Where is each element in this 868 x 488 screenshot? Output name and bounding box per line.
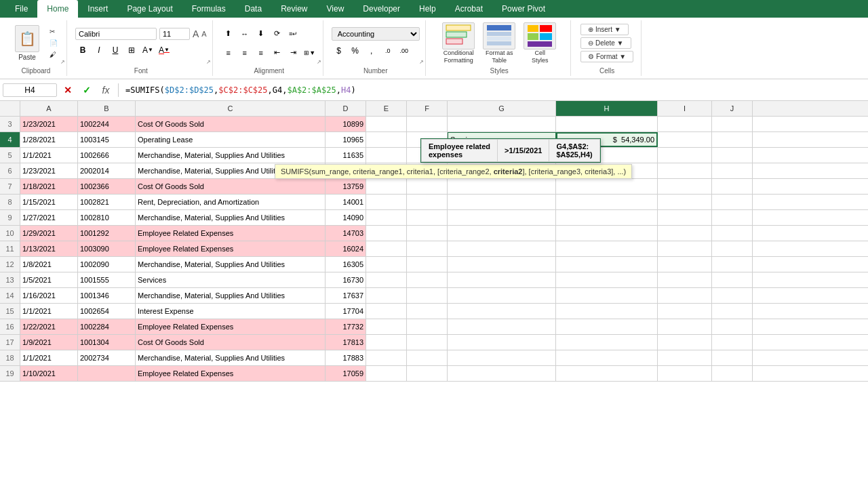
wrap-text-button[interactable]: ≡↵ xyxy=(286,26,301,41)
cell-j14[interactable] xyxy=(712,288,753,303)
row-num-4[interactable]: 4 xyxy=(0,132,20,147)
col-header-f[interactable]: F xyxy=(407,101,448,116)
cell-d18[interactable]: 17883 xyxy=(326,350,366,365)
merge-button[interactable]: ⊞▼ xyxy=(302,45,317,60)
cell-i4[interactable] xyxy=(658,132,712,147)
cell-h9[interactable] xyxy=(556,210,658,225)
cell-j4[interactable] xyxy=(712,132,753,147)
cell-f18[interactable] xyxy=(407,350,448,365)
insert-button[interactable]: ⊕ Insert ▼ xyxy=(580,24,628,35)
cell-d8[interactable]: 14001 xyxy=(326,195,366,209)
cell-g3[interactable] xyxy=(448,117,556,131)
cell-d17[interactable]: 17813 xyxy=(326,335,366,350)
cell-c8[interactable]: Rent, Depreciation, and Amortization xyxy=(136,195,326,209)
cell-f15[interactable] xyxy=(407,304,448,319)
tab-acrobat[interactable]: Acrobat xyxy=(446,0,492,18)
cell-h16[interactable] xyxy=(556,319,658,334)
cell-e7[interactable] xyxy=(366,179,407,194)
cell-i12[interactable] xyxy=(658,257,712,272)
col-header-d[interactable]: D xyxy=(326,101,366,116)
cell-g9[interactable] xyxy=(448,210,556,225)
tab-home[interactable]: Home xyxy=(37,0,78,18)
col-header-b[interactable]: B xyxy=(78,101,136,116)
cell-b14[interactable]: 1001346 xyxy=(78,288,136,303)
cell-c4[interactable]: Operating Lease xyxy=(136,132,326,147)
cell-i3[interactable] xyxy=(658,117,712,131)
cell-c13[interactable]: Services xyxy=(136,272,326,287)
cell-a17[interactable]: 1/9/2021 xyxy=(20,335,78,350)
cell-i9[interactable] xyxy=(658,210,712,225)
cell-d11[interactable]: 16024 xyxy=(326,241,366,256)
number-format-select[interactable]: Accounting General Number Currency Short… xyxy=(332,27,420,41)
cell-b19[interactable] xyxy=(78,366,136,381)
number-expand[interactable]: ↗ xyxy=(419,59,424,65)
col-header-c[interactable]: C xyxy=(136,101,326,116)
cell-b18[interactable]: 2002734 xyxy=(78,350,136,365)
cell-a7[interactable]: 1/18/2021 xyxy=(20,179,78,194)
cell-a3[interactable]: 1/23/2021 xyxy=(20,117,78,131)
cell-e18[interactable] xyxy=(366,350,407,365)
col-header-i[interactable]: I xyxy=(658,101,712,116)
cell-e14[interactable] xyxy=(366,288,407,303)
cell-b17[interactable]: 1001304 xyxy=(78,335,136,350)
cell-i14[interactable] xyxy=(658,288,712,303)
bold-button[interactable]: B xyxy=(75,43,90,58)
cell-g18[interactable] xyxy=(448,350,556,365)
cell-h17[interactable] xyxy=(556,335,658,350)
cell-c18[interactable]: Merchandise, Material, Supplies And Util… xyxy=(136,350,326,365)
row-num-13[interactable]: 13 xyxy=(0,272,20,287)
cell-i6[interactable] xyxy=(658,163,712,178)
cell-e12[interactable] xyxy=(366,257,407,272)
cell-h11[interactable] xyxy=(556,241,658,256)
cell-e17[interactable] xyxy=(366,335,407,350)
cell-g12[interactable] xyxy=(448,257,556,272)
cell-j8[interactable] xyxy=(712,195,753,209)
cell-g8[interactable] xyxy=(448,195,556,209)
row-num-19[interactable]: 19 xyxy=(0,366,20,381)
row-num-18[interactable]: 18 xyxy=(0,350,20,365)
cell-b6[interactable]: 2002014 xyxy=(78,163,136,178)
tab-view[interactable]: View xyxy=(317,0,354,18)
decrease-decimal-button[interactable]: .0 xyxy=(380,43,395,58)
cell-b5[interactable]: 1002666 xyxy=(78,148,136,163)
cell-d4[interactable]: 10965 xyxy=(326,132,366,147)
cell-a19[interactable]: 1/10/2021 xyxy=(20,366,78,381)
cell-a13[interactable]: 1/5/2021 xyxy=(20,272,78,287)
cell-j10[interactable] xyxy=(712,226,753,241)
percent-button[interactable]: % xyxy=(348,43,363,58)
cell-h12[interactable] xyxy=(556,257,658,272)
increase-font-button[interactable]: A xyxy=(193,28,199,39)
cell-g11[interactable] xyxy=(448,241,556,256)
cell-d12[interactable]: 16305 xyxy=(326,257,366,272)
cell-i10[interactable] xyxy=(658,226,712,241)
col-header-a[interactable]: A xyxy=(20,101,78,116)
col-header-g[interactable]: G xyxy=(448,101,556,116)
insert-function-button[interactable]: fx xyxy=(98,82,114,98)
cell-e11[interactable] xyxy=(366,241,407,256)
cell-g7[interactable] xyxy=(448,179,556,194)
format-as-table-button[interactable]: Format asTable xyxy=(480,21,518,66)
cell-e10[interactable] xyxy=(366,226,407,241)
cell-h15[interactable] xyxy=(556,304,658,319)
cell-j19[interactable] xyxy=(712,366,753,381)
cell-i7[interactable] xyxy=(658,179,712,194)
cell-d3[interactable]: 10899 xyxy=(326,117,366,131)
cell-c7[interactable]: Cost Of Goods Sold xyxy=(136,179,326,194)
cell-f19[interactable] xyxy=(407,366,448,381)
cell-a14[interactable]: 1/16/2021 xyxy=(20,288,78,303)
cell-e13[interactable] xyxy=(366,272,407,287)
cell-b12[interactable]: 1002090 xyxy=(78,257,136,272)
cell-b11[interactable]: 1003090 xyxy=(78,241,136,256)
cell-j9[interactable] xyxy=(712,210,753,225)
cell-i8[interactable] xyxy=(658,195,712,209)
tab-help[interactable]: Help xyxy=(410,0,446,18)
font-size-input[interactable] xyxy=(159,28,190,40)
cell-reference-box[interactable] xyxy=(3,83,57,97)
cell-h7[interactable] xyxy=(556,179,658,194)
cell-h13[interactable] xyxy=(556,272,658,287)
cell-b8[interactable]: 1002821 xyxy=(78,195,136,209)
cell-b15[interactable]: 1002654 xyxy=(78,304,136,319)
cell-a15[interactable]: 1/1/2021 xyxy=(20,304,78,319)
row-num-7[interactable]: 7 xyxy=(0,179,20,194)
formula-input[interactable]: =SUMIFS($D$2:$D$25,$C$2:$C$25,G4,$A$2:$A… xyxy=(123,84,865,96)
